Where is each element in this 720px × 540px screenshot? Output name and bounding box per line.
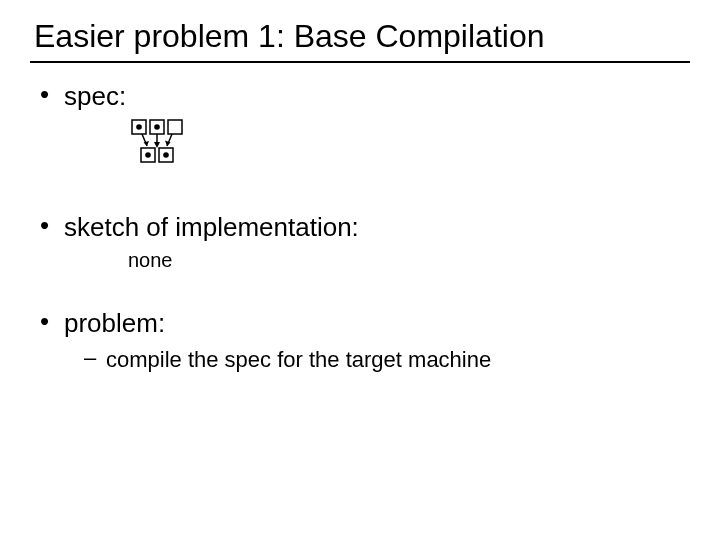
svg-marker-12 — [154, 142, 160, 148]
sketch-sub-none: none — [128, 249, 690, 272]
svg-point-4 — [154, 124, 160, 130]
problem-subbullet-label: compile the spec for the target machine — [106, 347, 491, 372]
bullet-spec-label: spec: — [64, 81, 126, 111]
svg-rect-2 — [168, 120, 182, 134]
spacer — [30, 272, 690, 298]
svg-point-3 — [136, 124, 142, 130]
slide-title: Easier problem 1: Base Compilation — [34, 18, 690, 55]
problem-subbullet: compile the spec for the target machine — [84, 347, 690, 373]
title-underline — [30, 61, 690, 63]
svg-point-7 — [145, 152, 151, 158]
svg-point-8 — [163, 152, 169, 158]
bullet-problem-label: problem: — [64, 308, 165, 338]
bullet-list: spec: — [30, 81, 690, 373]
spec-diagram-icon — [130, 118, 190, 164]
bullet-problem: problem: — [40, 308, 690, 339]
svg-marker-10 — [144, 141, 150, 146]
bullet-sketch-label: sketch of implementation: — [64, 212, 359, 242]
bullet-spec: spec: — [40, 81, 690, 112]
spacer — [30, 164, 690, 202]
slide: Easier problem 1: Base Compilation spec: — [0, 0, 720, 540]
bullet-sketch: sketch of implementation: — [40, 212, 690, 243]
